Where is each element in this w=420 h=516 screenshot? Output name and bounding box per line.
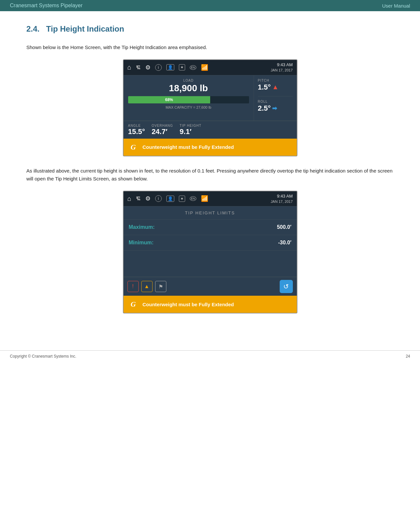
max-label: Maximum:	[129, 224, 155, 230]
gear-icon: ⚙	[145, 64, 151, 71]
exclaim-button[interactable]: !	[127, 281, 139, 292]
screen2-topbar: ⌂ 🏗 ⚙ i 👤 ✶ EN 📶 9:43 AM JAN 17, 2017	[124, 191, 297, 207]
date-display: JAN 17, 2017	[271, 68, 293, 73]
en-badge: EN	[190, 65, 197, 70]
screen2-empty-area	[124, 251, 297, 277]
brightness-icon-2: ✶	[179, 196, 185, 202]
min-value: -30.0′	[278, 240, 291, 246]
page-footer: Copyright © Cranesmart Systems Inc. 24	[0, 350, 420, 362]
progress-bar-fill: 68%	[128, 96, 210, 103]
brightness-icon: ✶	[179, 64, 185, 70]
pitch-label: PITCH	[258, 79, 293, 82]
roll-value: 2.5° ➡	[258, 104, 293, 113]
page-header: Cranesmart Systems Pipelayer User Manual	[0, 0, 420, 11]
screen1-warning-bar: G Counterweight must be Fully Extended	[124, 139, 297, 156]
roll-block: ROLL 2.5° ➡	[258, 100, 293, 113]
date-display-2: JAN 17, 2017	[271, 199, 293, 204]
gear-icon-2: ⚙	[145, 195, 151, 202]
screen1-stats: ANGLE 15.5° OVERHANG 24.7′ TIP HEIGHT 9.…	[124, 121, 297, 139]
divider1	[258, 96, 293, 96]
overhang-block: OVERHANG 24.7′	[152, 124, 173, 136]
pitch-arrow-icon: ▲	[272, 83, 279, 91]
time-display-2: 9:43 AM	[271, 193, 293, 199]
screen2: ⌂ 🏗 ⚙ i 👤 ✶ EN 📶 9:43 AM JAN 17, 2017 TI…	[123, 191, 297, 314]
max-capacity: MAX CAPACITY = 27,600 lb	[128, 105, 249, 109]
screen2-warning-text: Counterweight must be Fully Extended	[143, 302, 234, 307]
person-icon-2: 👤	[166, 196, 174, 202]
intro-text: Shown below is the Home Screen, with the…	[26, 43, 394, 51]
progress-label: 68%	[165, 97, 173, 102]
max-row: Maximum: 500.0′	[124, 220, 297, 235]
home-icon-2: ⌂	[127, 195, 131, 203]
time-block: 9:43 AM JAN 17, 2017	[271, 62, 293, 73]
pitch-block: PITCH 1.5° ▲	[258, 79, 293, 92]
warn-button[interactable]: ▲	[141, 281, 153, 292]
min-row: Minimum: -30.0′	[124, 235, 297, 251]
body-text: As illustrated above, the current tip he…	[26, 167, 394, 183]
overhang-label: OVERHANG	[152, 124, 173, 127]
angle-label: ANGLE	[128, 124, 145, 127]
screen2-warning-bar: G Counterweight must be Fully Extended	[124, 296, 297, 313]
screen1-main: LOAD 18,900 lb 68% MAX CAPACITY = 27,600…	[124, 75, 297, 121]
home-icon: ⌂	[127, 64, 131, 71]
angle-value: 15.5°	[128, 127, 145, 136]
g-logo-icon: G	[127, 141, 139, 153]
info-icon: i	[155, 64, 162, 71]
section-title: 2.4. Tip Height Indication	[26, 24, 394, 34]
section-number: 2.4.	[26, 24, 40, 33]
tip-height-limits-title: TIP HEIGHT LIMITS	[124, 206, 297, 220]
min-label: Minimum:	[129, 240, 154, 246]
screen2-limits: Maximum: 500.0′ Minimum: -30.0′	[124, 220, 297, 251]
roll-arrow-icon: ➡	[272, 105, 277, 112]
page-number: 24	[406, 354, 410, 359]
load-value: 18,900 lb	[128, 83, 249, 94]
crane-icon-2: 🏗	[136, 196, 141, 201]
refresh-button[interactable]: ↺	[280, 280, 293, 293]
tip-height-block: TIP HEIGHT 9.1′	[180, 124, 201, 136]
signal-icon: 📶	[201, 64, 208, 71]
header-manual: User Manual	[382, 3, 410, 9]
en-badge-2: EN	[190, 196, 197, 201]
tip-height-label: TIP HEIGHT	[180, 124, 201, 127]
info-icon-2: i	[155, 195, 162, 202]
screen1-left: LOAD 18,900 lb 68% MAX CAPACITY = 27,600…	[124, 75, 254, 121]
overhang-value: 24.7′	[152, 127, 173, 136]
screen1-topbar: ⌂ 🏗 ⚙ i 👤 ✶ EN 📶 9:43 AM JAN 17, 2017	[124, 60, 297, 75]
person-icon: 👤	[166, 64, 174, 70]
angle-block: ANGLE 15.5°	[128, 124, 145, 136]
max-value: 500.0′	[277, 224, 292, 230]
tip-height-value: 9.1′	[180, 127, 201, 136]
screen1: ⌂ 🏗 ⚙ i 👤 ✶ EN 📶 9:43 AM JAN 17, 2017 LO…	[123, 59, 297, 156]
copyright: Copyright © Cranesmart Systems Inc.	[10, 354, 76, 359]
progress-bar-container: 68%	[128, 96, 249, 103]
time-block-2: 9:43 AM JAN 17, 2017	[271, 193, 293, 204]
screen1-warning-text: Counterweight must be Fully Extended	[143, 144, 234, 150]
flag-button[interactable]: ⚑	[155, 281, 166, 292]
screen1-right: PITCH 1.5° ▲ ROLL 2.5° ➡	[254, 75, 297, 121]
header-title: Cranesmart Systems Pipelayer	[10, 3, 83, 9]
page-content: 2.4. Tip Height Indication Shown below i…	[0, 11, 420, 337]
roll-label: ROLL	[258, 100, 293, 103]
pitch-value: 1.5° ▲	[258, 83, 293, 92]
signal-icon-2: 📶	[201, 195, 208, 202]
section-heading: Tip Height Indication	[46, 24, 124, 33]
screen2-action-bar[interactable]: ! ▲ ⚑ ↺	[124, 277, 297, 296]
load-label: LOAD	[128, 79, 249, 82]
time-display: 9:43 AM	[271, 62, 293, 68]
crane-icon: 🏗	[136, 65, 141, 70]
g-logo-icon-2: G	[127, 298, 139, 310]
